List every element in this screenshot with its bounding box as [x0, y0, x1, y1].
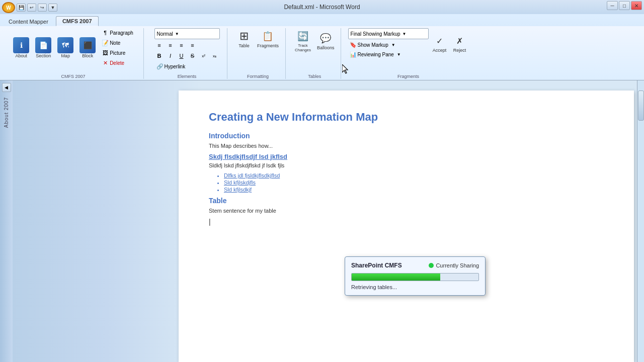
- section-button[interactable]: 📄 Section: [33, 36, 53, 59]
- final-showing-markup-dropdown[interactable]: Final Showing Markup ▼: [348, 28, 429, 39]
- fragments-label: Tables: [308, 74, 321, 79]
- sharepoint-dialog: SharePoint CMFS Currently Sharing Retrie…: [345, 256, 486, 296]
- section2-heading[interactable]: Skdj flsdkjflsdjf lsd jkflsd: [209, 153, 604, 160]
- table-body: Stem sentence for my table: [209, 208, 604, 214]
- block-icon: ⬛: [79, 37, 96, 53]
- section2-body: Sldkfj lskd jflskdjflskd jf lsdk fjls: [209, 162, 604, 168]
- tracking-label: Fragments: [397, 74, 419, 79]
- sp-progress-fill: [352, 274, 440, 281]
- ribbon-tabs: Content Mapper CMFS 2007: [0, 14, 644, 26]
- list-item-3[interactable]: Sld kfjlsdkjf: [224, 187, 604, 193]
- reject-button[interactable]: ✗ Reject: [451, 33, 469, 54]
- tracking-group: Final Showing Markup ▼ 🔖 Show Markup ▼ 📊…: [344, 28, 473, 79]
- formatting-group-content: Normal ▼ ≡ ≡ ≡ ≡ B I U S x²: [154, 28, 220, 78]
- window-controls: ─ □ ✕: [607, 1, 642, 10]
- introduction-body: This Map describes how...: [209, 143, 604, 149]
- close-button[interactable]: ✕: [631, 1, 642, 10]
- list-item-2[interactable]: Sld kfjlskdjfls: [224, 179, 604, 186]
- undo-quickaccess[interactable]: ↩: [27, 4, 36, 12]
- document-title: Creating a New Information Map: [209, 111, 604, 124]
- tracking-group-content: Final Showing Markup ▼ 🔖 Show Markup ▼ 📊…: [348, 28, 469, 65]
- maximize-button[interactable]: □: [619, 1, 630, 10]
- tab-content-mapper[interactable]: Content Mapper: [2, 17, 55, 26]
- section2-list: Dlfks jdl fjsldkjflsdkjflsd Sld kfjlskdj…: [224, 172, 604, 193]
- ribbon-content: ℹ About 📄 Section 🗺 Map ⬛ Block: [0, 26, 644, 81]
- scrollbar[interactable]: [637, 80, 644, 362]
- ribbon: Content Mapper CMFS 2007 ℹ About 📄 Secti…: [0, 14, 644, 81]
- quick-access-toolbar: W 💾 ↩ ↪ ▼: [2, 2, 57, 13]
- subscript-button[interactable]: x₂: [210, 51, 220, 60]
- note-icon: 📝: [102, 39, 109, 46]
- balloons-icon: 💬: [318, 31, 333, 45]
- save-quickaccess[interactable]: 💾: [17, 4, 26, 12]
- note-button[interactable]: 📝 Note: [100, 38, 135, 47]
- picture-icon: 🖼: [102, 49, 109, 56]
- reviewing-pane-icon: 📊: [350, 51, 357, 58]
- window-title: Default.xml - Microsoft Word: [284, 4, 360, 11]
- fragments-table-icon: 📋: [261, 29, 275, 43]
- tables-group-content: ⊞ Table 📋 Fragments: [235, 28, 281, 56]
- format-buttons-row: B I U S x² x₂: [154, 51, 220, 60]
- italic-button[interactable]: I: [166, 51, 176, 60]
- table-icon: ⊞: [237, 29, 251, 43]
- clear-format-button[interactable]: x²: [199, 51, 209, 60]
- accept-icon: ✓: [433, 34, 447, 48]
- elements-group-content: ℹ About 📄 Section 🗺 Map ⬛ Block: [11, 28, 135, 74]
- block-button[interactable]: ⬛ Block: [77, 36, 98, 59]
- document-area: Creating a New Information Map Introduct…: [13, 80, 644, 362]
- delete-button[interactable]: ✕ Delete: [100, 58, 135, 67]
- track-changes-icon: 🔄: [296, 29, 310, 43]
- formatting-label: Elements: [178, 74, 197, 79]
- list-item-1[interactable]: Dlfks jdl fjsldkjflsdkjflsd: [224, 172, 604, 178]
- fragments-group: 🔄 TrackChanges 💬 Balloons Tables: [289, 28, 341, 79]
- left-panel-toggle[interactable]: ◀: [2, 83, 11, 92]
- office-button[interactable]: W: [2, 2, 15, 13]
- sidebar-label: About 2007: [4, 97, 9, 128]
- paragraph-icon: ¶: [102, 29, 109, 36]
- style-dropdown-arrow: ▼: [175, 32, 179, 36]
- introduction-heading: Introduction: [209, 132, 604, 140]
- balloons-button[interactable]: 💬 Balloons: [315, 30, 337, 51]
- ordered-list-button[interactable]: ≡: [166, 41, 176, 50]
- show-markup-icon: 🔖: [350, 41, 357, 48]
- indent-button[interactable]: ≡: [177, 41, 187, 50]
- table-heading: Table: [209, 197, 604, 205]
- fragments-table-button[interactable]: 📋 Fragments: [255, 28, 281, 49]
- track-changes-button[interactable]: 🔄 TrackChanges: [293, 28, 313, 53]
- show-markup-button[interactable]: 🔖 Show Markup ▼: [348, 41, 429, 49]
- left-panel: ◀ About 2007: [0, 80, 13, 362]
- fragments-group-content: 🔄 TrackChanges 💬 Balloons: [293, 28, 337, 60]
- minimize-button[interactable]: ─: [607, 1, 618, 10]
- document-page: Creating a New Information Map Introduct…: [179, 90, 634, 362]
- style-dropdown[interactable]: Normal ▼: [154, 28, 220, 39]
- accept-button[interactable]: ✓ Accept: [431, 33, 449, 54]
- strikethrough-button[interactable]: S: [188, 51, 198, 60]
- table-button[interactable]: ⊞ Table: [235, 28, 253, 49]
- office-logo: W: [6, 5, 11, 11]
- cursor-indicator: |: [209, 218, 604, 226]
- paragraph-button[interactable]: ¶ Paragraph: [100, 28, 135, 37]
- tables-label: Formatting: [247, 74, 269, 79]
- tab-cmfs2007[interactable]: CMFS 2007: [56, 16, 99, 26]
- reviewing-pane-arrow: ▼: [397, 52, 401, 57]
- reviewing-pane-button[interactable]: 📊 Reviewing Pane ▼: [348, 50, 429, 58]
- hyperlink-button[interactable]: 🔗 Hyperlink: [154, 62, 220, 71]
- about-button[interactable]: ℹ About: [11, 36, 31, 59]
- underline-button[interactable]: U: [177, 51, 187, 60]
- map-button[interactable]: 🗺 Map: [55, 36, 75, 59]
- elements-group: ℹ About 📄 Section 🗺 Map ⬛ Block: [3, 28, 144, 79]
- reject-icon: ✗: [453, 34, 467, 48]
- sp-retrieving-text: Retrieving tables...: [351, 284, 479, 290]
- bold-button[interactable]: B: [154, 51, 165, 60]
- picture-button[interactable]: 🖼 Picture: [100, 48, 135, 57]
- quickaccess-dropdown[interactable]: ▼: [48, 4, 57, 12]
- redo-quickaccess[interactable]: ↪: [38, 4, 47, 12]
- sp-status: Currently Sharing: [429, 262, 479, 268]
- scroll-thumb[interactable]: [638, 90, 644, 121]
- sp-progress-bar: [351, 273, 479, 281]
- elements-label: CMFS 2007: [61, 74, 85, 79]
- sp-title: SharePoint CMFS: [351, 262, 402, 269]
- unordered-list-button[interactable]: ≡: [154, 41, 165, 50]
- outdent-button[interactable]: ≡: [188, 41, 198, 50]
- title-bar: W 💾 ↩ ↪ ▼ Default.xml - Microsoft Word ─…: [0, 0, 644, 14]
